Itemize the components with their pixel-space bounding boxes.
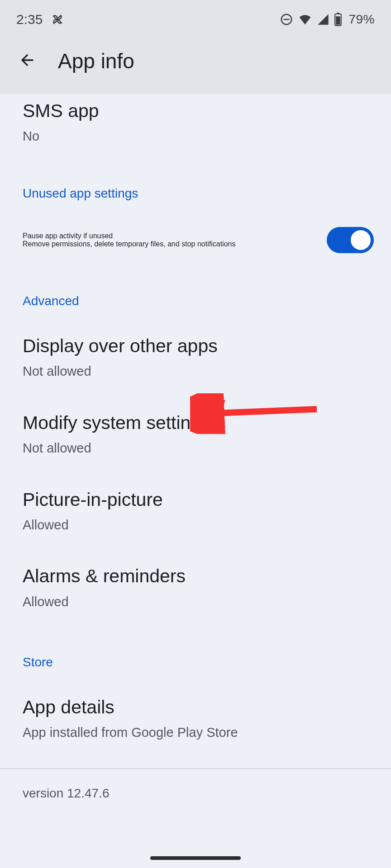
battery-percentage: 79%: [348, 12, 375, 27]
status-bar: 2:35 79%: [0, 0, 391, 35]
section-advanced: Advanced: [0, 264, 391, 315]
setting-title: Modify system settings: [23, 411, 368, 434]
setting-value: Not allowed: [23, 439, 303, 458]
battery-icon: [334, 13, 342, 26]
setting-title: App details: [23, 696, 368, 719]
setting-value: Allowed: [23, 593, 303, 611]
cell-signal-icon: [317, 13, 329, 26]
nav-handle[interactable]: [150, 856, 241, 860]
setting-title: Display over other apps: [23, 335, 368, 358]
app-version: version 12.47.6: [0, 769, 391, 801]
content: SMS app No Unused app settings Pause app…: [0, 94, 391, 801]
setting-alarms-reminders[interactable]: Alarms & reminders Allowed: [0, 545, 391, 622]
status-left: 2:35: [16, 12, 64, 27]
setting-title: Pause app activity if unused: [23, 232, 318, 240]
section-unused-app-settings: Unused app settings: [0, 156, 391, 207]
dnd-icon: [280, 13, 293, 26]
arrow-back-icon: [18, 51, 36, 69]
status-time: 2:35: [16, 12, 43, 27]
app-bar: App info: [0, 35, 391, 94]
setting-description: Remove permissions, delete temporary fil…: [23, 240, 318, 248]
setting-picture-in-picture[interactable]: Picture-in-picture Allowed: [0, 468, 391, 545]
setting-title: Alarms & reminders: [23, 565, 368, 588]
setting-value: Not allowed: [23, 362, 303, 381]
setting-value: No: [23, 127, 303, 146]
setting-value: Allowed: [23, 516, 303, 534]
setting-sms-app[interactable]: SMS app No: [0, 94, 391, 156]
setting-pause-app-activity[interactable]: Pause app activity if unused Remove perm…: [0, 207, 391, 264]
toggle-knob: [351, 230, 371, 250]
setting-display-over-other-apps[interactable]: Display over other apps Not allowed: [0, 315, 391, 392]
svg-rect-4: [336, 16, 341, 24]
toggle-switch-on[interactable]: [327, 227, 374, 253]
setting-app-details[interactable]: App details App installed from Google Pl…: [0, 676, 391, 753]
wifi-icon: [298, 13, 312, 26]
section-store: Store: [0, 622, 391, 676]
setting-title: SMS app: [23, 99, 368, 123]
status-right: 79%: [280, 12, 375, 27]
back-button[interactable]: [18, 51, 36, 71]
setting-modify-system-settings[interactable]: Modify system settings Not allowed: [0, 392, 391, 468]
setting-description: App installed from Google Play Store: [23, 723, 303, 742]
page-title: App info: [58, 49, 134, 73]
setting-title: Picture-in-picture: [23, 488, 368, 511]
pinwheel-icon: [51, 13, 64, 26]
